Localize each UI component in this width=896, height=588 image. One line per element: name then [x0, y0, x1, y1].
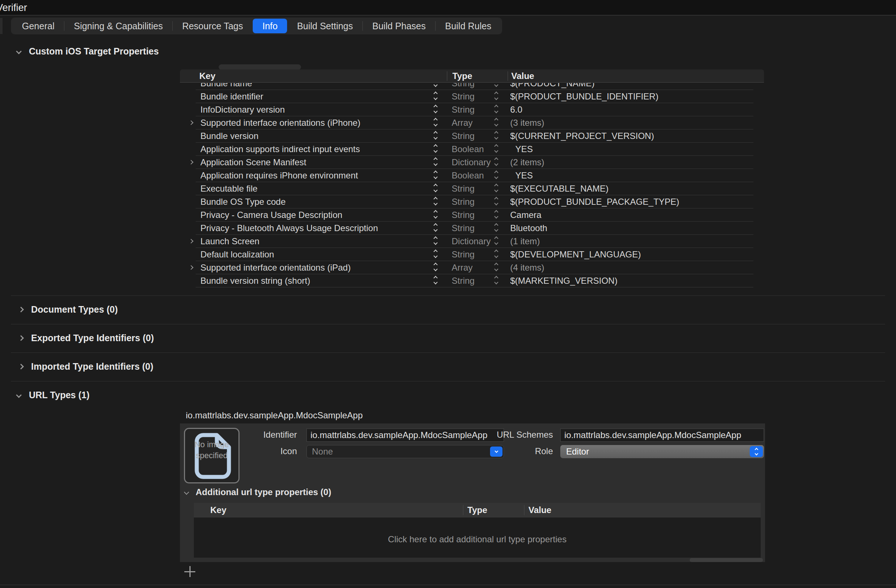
section-custom-ios-target-properties[interactable]: Custom iOS Target Properties [17, 46, 159, 57]
type-stepper[interactable] [495, 184, 498, 192]
key-stepper[interactable] [434, 184, 437, 192]
tab-signing-capabilities[interactable]: Signing & Capabilities [64, 19, 172, 33]
table-row[interactable]: Privacy - Bluetooth Always Usage Descrip… [180, 222, 764, 235]
property-key: Bundle OS Type code [200, 197, 286, 207]
tab-info[interactable]: Info [253, 19, 287, 33]
key-stepper[interactable] [434, 83, 437, 86]
table-row[interactable]: Supported interface orientations (iPhone… [180, 116, 764, 129]
type-stepper[interactable] [495, 250, 498, 257]
table-row[interactable]: Launch ScreenDictionary(1 item) [180, 235, 764, 248]
type-stepper[interactable] [495, 198, 498, 205]
key-stepper[interactable] [434, 198, 437, 205]
chevron-up-icon [433, 131, 437, 135]
type-stepper[interactable] [495, 83, 498, 86]
table-row[interactable]: Application requires iPhone environmentB… [180, 169, 764, 182]
type-stepper[interactable] [495, 132, 498, 139]
table-row[interactable]: Application supports indirect input even… [180, 143, 764, 156]
chevron-down-icon [433, 267, 437, 271]
disclosure-chevron-icon[interactable] [189, 239, 194, 244]
property-type: String [452, 131, 475, 141]
table-row[interactable]: Bundle versionString$(CURRENT_PROJECT_VE… [180, 129, 764, 143]
section-divider [11, 296, 885, 296]
type-stepper[interactable] [495, 171, 498, 178]
role-popup[interactable]: Editor [560, 445, 764, 458]
key-stepper[interactable] [434, 250, 437, 257]
chevron-down-icon [433, 201, 437, 205]
icon-combo-value: None [312, 446, 333, 456]
chevron-down-icon [494, 83, 498, 87]
section-additional-url-type-properties[interactable]: Additional url type properties (0) [185, 487, 331, 497]
horizontal-scrollbar-thumb[interactable] [690, 558, 763, 562]
key-stepper[interactable] [434, 263, 437, 271]
chevron-up-icon [494, 144, 498, 148]
key-stepper[interactable] [434, 145, 437, 152]
type-stepper[interactable] [495, 145, 498, 152]
section-title: URL Types (1) [29, 390, 90, 401]
tab-general[interactable]: General [12, 19, 64, 33]
icon-label: Icon [213, 446, 297, 456]
type-stepper[interactable] [495, 276, 498, 284]
key-stepper[interactable] [434, 92, 437, 99]
table-row[interactable]: Bundle version string (short)String$(MAR… [180, 274, 764, 288]
table-row[interactable]: Application Scene ManifestDictionary(2 i… [180, 156, 764, 169]
chevron-down-icon [433, 122, 437, 126]
property-key: Default localization [200, 249, 274, 260]
table-row[interactable]: Default localizationString$(DEVELOPMENT_… [180, 248, 764, 261]
property-type: String [452, 249, 475, 260]
icon-combo[interactable]: None [306, 445, 504, 458]
property-type: String [452, 223, 475, 233]
chevron-down-icon [494, 175, 498, 179]
chevron-up-icon [494, 276, 498, 280]
table-row[interactable]: Supported interface orientations (iPad)A… [180, 261, 764, 274]
type-stepper[interactable] [495, 224, 498, 231]
tab-resource-tags[interactable]: Resource Tags [173, 19, 252, 33]
section-exported-type-identifiers[interactable]: Exported Type Identifiers (0) [19, 333, 154, 343]
column-header-key: Key [210, 505, 226, 515]
type-stepper[interactable] [495, 211, 498, 218]
disclosure-chevron-icon[interactable] [189, 265, 194, 270]
section-imported-type-identifiers[interactable]: Imported Type Identifiers (0) [19, 361, 153, 372]
disclosure-chevron-icon[interactable] [189, 160, 194, 165]
table-row[interactable]: Bundle OS Type codeString$(PRODUCT_BUNDL… [180, 195, 764, 209]
key-stepper[interactable] [434, 158, 437, 165]
key-stepper[interactable] [434, 224, 437, 231]
disclosure-chevron-icon[interactable] [189, 120, 194, 125]
type-stepper[interactable] [495, 237, 498, 244]
add-property-hint[interactable]: Click here to add additional url type pr… [194, 534, 761, 544]
table-row[interactable]: Bundle identifierString$(PRODUCT_BUNDLE_… [180, 90, 764, 103]
chevron-down-icon [494, 241, 498, 245]
table-row[interactable]: InfoDictionary versionString6.0 [180, 103, 764, 116]
tab-build-settings[interactable]: Build Settings [288, 19, 363, 33]
chevron-down-icon [433, 280, 437, 284]
property-value: $(PRODUCT_BUNDLE_PACKAGE_TYPE) [510, 197, 679, 207]
key-stepper[interactable] [434, 105, 437, 113]
url-schemes-field[interactable]: io.mattrlabs.dev.sampleApp.MdocSampleApp [560, 428, 764, 442]
key-stepper[interactable] [434, 171, 437, 178]
section-document-types[interactable]: Document Types (0) [19, 304, 118, 315]
key-stepper[interactable] [434, 119, 437, 126]
key-stepper[interactable] [434, 237, 437, 244]
chevron-down-icon [433, 227, 437, 232]
section-url-types[interactable]: URL Types (1) [17, 390, 90, 401]
chevron-up-icon [494, 118, 498, 122]
chevron-right-icon [18, 307, 24, 313]
table-row[interactable]: Privacy - Camera Usage DescriptionString… [180, 209, 764, 222]
type-stepper[interactable] [495, 158, 498, 165]
type-stepper[interactable] [495, 105, 498, 113]
add-url-type-button[interactable] [184, 566, 195, 577]
type-stepper[interactable] [495, 263, 498, 271]
type-stepper[interactable] [495, 92, 498, 99]
property-value: $(PRODUCT_NAME) [510, 83, 595, 88]
key-stepper[interactable] [434, 211, 437, 218]
tab-build-rules[interactable]: Build Rules [436, 19, 501, 33]
key-stepper[interactable] [434, 132, 437, 139]
chevron-down-icon [494, 267, 498, 271]
properties-table-header: Key Type Value [180, 70, 764, 83]
tab-build-phases[interactable]: Build Phases [363, 19, 435, 33]
identifier-field[interactable]: io.mattrlabs.dev.sampleApp.MdocSampleApp [306, 428, 504, 442]
type-stepper[interactable] [495, 119, 498, 126]
popup-stepper-button[interactable] [750, 446, 763, 457]
table-row[interactable]: Bundle nameString$(PRODUCT_NAME) [180, 83, 764, 90]
key-stepper[interactable] [434, 276, 437, 284]
table-row[interactable]: Executable fileString$(EXECUTABLE_NAME) [180, 182, 764, 195]
